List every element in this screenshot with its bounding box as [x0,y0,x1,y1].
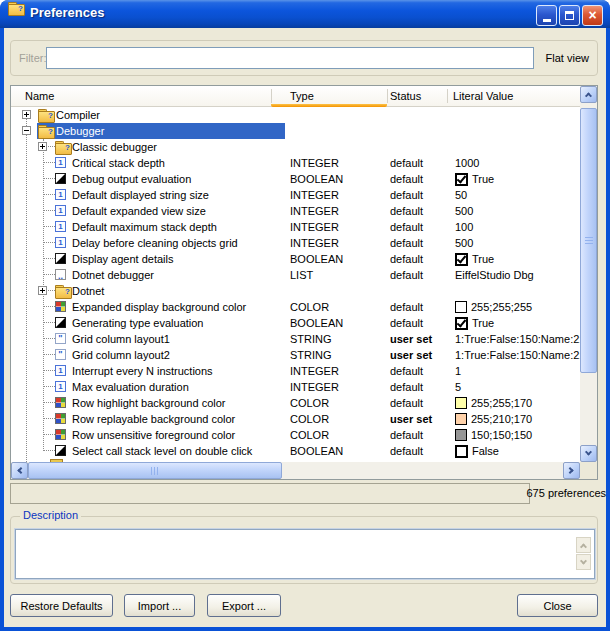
tree-connector [43,338,55,339]
preference-value[interactable]: 50 [455,187,580,203]
table-row[interactable]: Debug output evaluationBOOLEANdefaultTru… [11,171,580,187]
table-row[interactable]: 1Default maximum stack depthINTEGERdefau… [11,219,580,235]
description-scroll-down-button[interactable] [576,554,591,570]
column-header-status[interactable]: Status [390,86,421,106]
checkbox-checked[interactable] [455,317,468,330]
preference-status: default [390,171,423,187]
preference-status: default [390,251,423,267]
tree-connector [43,178,55,179]
expander-line [42,144,43,149]
preference-type: COLOR [290,299,329,315]
grid-rows: ?Compiler?Debugger?Classic debugger1Crit… [11,107,580,462]
preference-type: INTEGER [290,379,339,395]
titlebar[interactable]: ? Preferences × [0,0,610,28]
table-row[interactable]: 1Critical stack depthINTEGERdefault1000 [11,155,580,171]
column-separator[interactable] [271,89,272,103]
table-row[interactable]: 1Max evaluation durationINTEGERdefault5 [11,379,580,395]
export-button[interactable]: Export ... [207,594,281,617]
preference-value[interactable]: 100 [455,219,580,235]
question-mark: ? [48,110,53,121]
close-window-button[interactable]: × [582,5,603,26]
expander-line [24,130,29,131]
flat-view-toggle[interactable]: Flat view [546,41,589,75]
chevron-left-icon [17,467,24,474]
table-row[interactable]: Row highlight background colorCOLORdefau… [11,395,580,411]
vertical-scrollbar-thumb[interactable] [580,108,597,373]
preference-value[interactable]: 1:True:False:150:Name:2: [455,331,580,347]
table-row[interactable]: Row unsensitive foreground colorCOLORdef… [11,427,580,443]
filter-input[interactable] [46,47,534,69]
scrollbar-corner [580,462,597,479]
scroll-down-button[interactable] [580,445,597,462]
preference-value[interactable]: 1 [455,363,580,379]
preference-name: Dotnet [72,283,104,299]
preference-value[interactable]: True [455,315,580,331]
table-row[interactable]: ..Dotnet debuggerLISTdefaultEiffelStudio… [11,267,580,283]
tree-connector [43,322,55,323]
tree-connector [43,210,55,211]
minimize-button[interactable] [536,5,557,26]
column-header-name[interactable]: Name [25,86,54,106]
restore-defaults-button[interactable]: Restore Defaults [10,594,113,617]
horizontal-scrollbar[interactable] [11,462,580,479]
folder-icon: ? [55,285,71,297]
table-row[interactable]: Generating type evaluationBOOLEANdefault… [11,315,580,331]
column-header-literal-value[interactable]: Literal Value [453,86,513,106]
horizontal-scrollbar-thumb[interactable] [28,462,282,479]
preference-name: Delay before cleaning objects grid [72,235,238,251]
close-button[interactable]: Close [517,594,598,617]
vertical-scrollbar[interactable] [580,86,597,462]
preferences-grid: Name Type Status Literal Value ?Compiler… [10,85,598,480]
column-separator[interactable] [447,89,448,103]
preference-value[interactable]: 255;255;255 [455,299,580,315]
table-row[interactable]: 1Interrupt every N instructionsINTEGERde… [11,363,580,379]
value-text: 1 [455,365,461,377]
maximize-button[interactable] [559,5,580,26]
tree-expander[interactable] [22,126,31,135]
preference-value[interactable]: False [455,443,580,459]
table-row[interactable]: Expanded display background colorCOLORde… [11,299,580,315]
tree-expander[interactable] [38,142,47,151]
preference-value[interactable]: 255;255;170 [455,395,580,411]
table-row[interactable]: ?Compiler [11,107,580,123]
table-row[interactable]: ?Classic debugger [11,139,580,155]
table-row[interactable]: 1Default displayed string sizeINTEGERdef… [11,187,580,203]
table-row[interactable]: ?Dotnet [11,283,580,299]
preference-value[interactable]: 150;150;150 [455,427,580,443]
preference-value[interactable]: True [455,171,580,187]
description-scroll-up-button[interactable] [576,537,591,553]
table-row[interactable]: "Grid column layout2STRINGuser set1:True… [11,347,580,363]
preference-value[interactable]: EiffelStudio Dbg [455,267,580,283]
preference-value[interactable]: 500 [455,203,580,219]
table-row[interactable]: ?Debugger [11,123,580,139]
preference-value[interactable]: 255;210;170 [455,411,580,427]
column-header-type[interactable]: Type [290,86,314,106]
checkbox-checked[interactable] [455,173,468,186]
preference-value[interactable]: 1:True:False:150:Name:2: [455,347,580,363]
scroll-right-button[interactable] [563,462,580,479]
preference-value[interactable]: True [455,251,580,267]
column-separator[interactable] [387,89,388,103]
preference-name: Grid column layout1 [72,331,170,347]
scroll-left-button[interactable] [11,462,28,479]
tree-expander[interactable] [38,286,47,295]
expander-line [26,112,27,117]
preference-name: Row replayable background color [72,411,235,427]
checkbox-checked[interactable] [455,253,468,266]
table-row[interactable]: 1Default expanded view sizeINTEGERdefaul… [11,203,580,219]
table-row[interactable]: 1Delay before cleaning objects gridINTEG… [11,235,580,251]
tree-expander[interactable] [22,110,31,119]
table-row[interactable]: Row replayable background colorCOLORuser… [11,411,580,427]
table-row[interactable]: "Grid column layout1STRINGuser set1:True… [11,331,580,347]
import-button[interactable]: Import ... [124,594,195,617]
preference-value[interactable]: 1000 [455,155,580,171]
checkbox-unchecked[interactable] [455,445,468,458]
table-row[interactable]: Select call stack level on double clickB… [11,443,580,459]
scroll-up-button[interactable] [580,86,597,103]
preference-value[interactable]: 5 [455,379,580,395]
preference-type: BOOLEAN [290,251,343,267]
table-row[interactable]: Display agent detailsBOOLEANdefaultTrue [11,251,580,267]
color-swatch [455,301,467,313]
description-textarea[interactable] [15,529,595,579]
preference-value[interactable]: 500 [455,235,580,251]
